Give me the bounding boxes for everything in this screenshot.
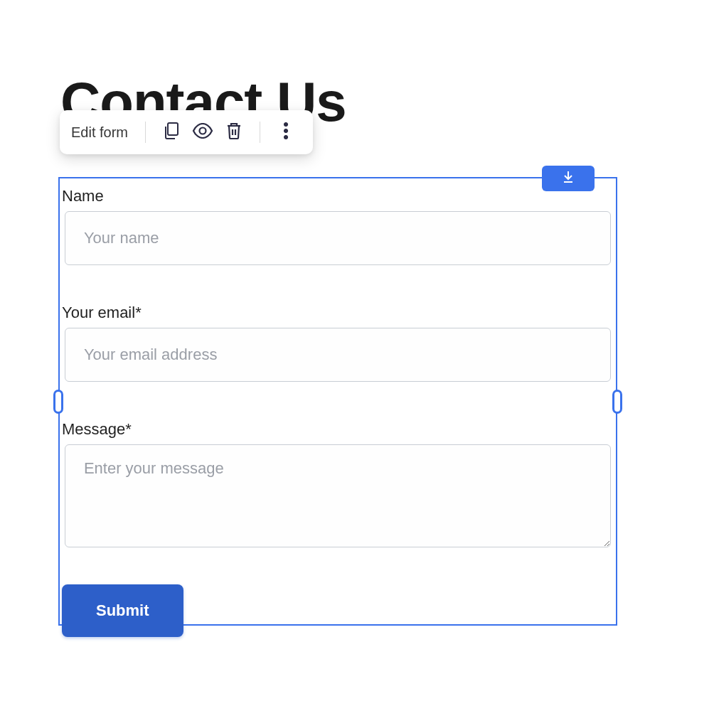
name-field-group: Name bbox=[60, 178, 616, 265]
svg-rect-0 bbox=[168, 123, 178, 135]
email-label: Your email* bbox=[62, 295, 614, 328]
copy-icon bbox=[163, 122, 180, 143]
message-input[interactable] bbox=[65, 444, 611, 547]
svg-point-1 bbox=[200, 128, 206, 134]
email-input[interactable] bbox=[65, 328, 611, 382]
svg-point-2 bbox=[284, 122, 287, 126]
vertical-dots-icon bbox=[283, 122, 289, 142]
name-input[interactable] bbox=[65, 211, 611, 265]
duplicate-button[interactable] bbox=[156, 119, 187, 146]
divider bbox=[145, 122, 146, 143]
name-label: Name bbox=[62, 178, 614, 211]
svg-point-3 bbox=[284, 129, 287, 132]
message-label: Message* bbox=[62, 412, 614, 444]
delete-button[interactable] bbox=[218, 119, 250, 146]
contact-form: Name Your email* Message* Submit bbox=[60, 178, 616, 624]
form-selection-frame[interactable]: Name Your email* Message* Submit bbox=[58, 177, 617, 626]
email-field-group: Your email* bbox=[60, 295, 616, 382]
edit-form-button[interactable]: Edit form bbox=[71, 124, 135, 141]
divider bbox=[260, 122, 260, 143]
svg-point-4 bbox=[284, 135, 287, 139]
eye-icon bbox=[192, 123, 213, 141]
trash-icon bbox=[225, 122, 243, 143]
preview-button[interactable] bbox=[187, 119, 218, 146]
message-field-group: Message* bbox=[60, 412, 616, 547]
editor-toolbar: Edit form bbox=[60, 110, 313, 154]
more-options-button[interactable] bbox=[270, 119, 302, 146]
submit-button[interactable]: Submit bbox=[62, 584, 183, 637]
